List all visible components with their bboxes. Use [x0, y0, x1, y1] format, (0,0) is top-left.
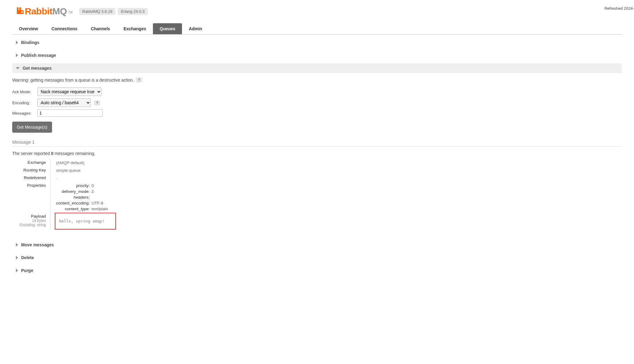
remaining-count: 0	[51, 151, 54, 156]
routing-key-label: Routing Key	[12, 167, 46, 174]
section-purge-title: Purge	[21, 268, 33, 273]
payload-label-cell: Payload 18 bytes Encoding: string	[12, 213, 46, 230]
encoding-select[interactable]: Auto string / base64	[37, 98, 91, 107]
circle-icon: ○	[56, 177, 57, 180]
svg-rect-3	[21, 11, 23, 13]
prop-headers-k: headers:	[56, 195, 90, 200]
redelivered-value: ○	[55, 174, 622, 182]
tab-overview[interactable]: Overview	[12, 23, 45, 34]
ack-mode-row: Ack Mode: Nack message requeue true	[12, 87, 622, 96]
help-badge-encoding[interactable]: ?	[94, 100, 100, 105]
section-delete[interactable]: Delete	[12, 253, 622, 263]
encoding-label: Encoding:	[12, 101, 37, 105]
chevron-right-icon	[16, 53, 18, 57]
tabbar: Overview Connections Channels Exchanges …	[12, 23, 622, 35]
section-get-messages[interactable]: Get messages	[12, 63, 622, 73]
section-delete-title: Delete	[21, 255, 34, 260]
warning-row: Warning: getting messages from a queue i…	[12, 77, 622, 83]
messages-row: Messages:	[12, 109, 622, 117]
properties-value: priority: 0 delivery_mode: 2 headers: co…	[55, 182, 622, 213]
logo: RabbitMQ TM	[17, 6, 72, 17]
exchange-value: (AMQP default)	[55, 159, 622, 167]
message-details-grid: Exchange (AMQP default) Routing Key simp…	[12, 159, 622, 230]
logo-tm: TM	[68, 11, 72, 14]
ack-mode-label: Ack Mode:	[12, 90, 37, 94]
section-move-title: Move messages	[21, 242, 54, 247]
get-messages-button[interactable]: Get Message(s)	[12, 122, 52, 133]
version-rabbitmq: RabbitMQ 3.8.19	[79, 8, 115, 15]
prop-headers-v	[91, 195, 108, 200]
remaining-row: The server reported 0 messages remaining…	[12, 151, 622, 156]
payload-box: hello, spring amqp!	[55, 213, 116, 230]
message-title: Message 1	[12, 139, 622, 147]
payload-label: Payload	[31, 214, 46, 219]
messages-label: Messages:	[12, 111, 37, 116]
version-erlang: Erlang 24.0.3	[118, 8, 147, 15]
chevron-right-icon	[16, 269, 18, 272]
prop-priority-k: priority:	[56, 183, 90, 188]
messages-input[interactable]	[37, 109, 103, 117]
routing-key-value: simple.queue	[55, 167, 622, 174]
prop-priority-v: 0	[91, 183, 108, 188]
prop-content-type-k: content_type:	[56, 207, 90, 211]
redelivered-label: Redelivered	[12, 174, 46, 182]
payload-value-cell: hello, spring amqp!	[55, 213, 622, 230]
prop-delivery-mode-k: delivery_mode:	[56, 189, 90, 194]
remaining-pre: The server reported	[12, 151, 51, 156]
section-move-messages[interactable]: Move messages	[12, 240, 622, 250]
encoding-row: Encoding: Auto string / base64 ?	[12, 98, 622, 107]
grid-separator	[50, 159, 50, 167]
section-purge[interactable]: Purge	[12, 266, 622, 275]
header: RabbitMQ TM RabbitMQ 3.8.19 Erlang 24.0.…	[0, 0, 634, 20]
prop-content-encoding-v: UTF-8	[91, 201, 108, 205]
ack-mode-select[interactable]: Nack message requeue true	[37, 87, 102, 96]
remaining-post: messages remaining.	[54, 151, 95, 156]
section-bindings-title: Bindings	[21, 40, 39, 45]
tab-admin[interactable]: Admin	[182, 23, 209, 34]
logo-rabbit-text: Rabbit	[25, 6, 52, 17]
get-messages-panel: Warning: getting messages from a queue i…	[12, 77, 622, 230]
chevron-right-icon	[16, 243, 18, 247]
payload-encoding: Encoding: string	[12, 223, 46, 227]
chevron-down-icon	[16, 67, 20, 69]
exchange-label: Exchange	[12, 159, 46, 167]
payload-size: 18 bytes	[12, 219, 46, 223]
tab-channels[interactable]: Channels	[84, 23, 117, 34]
section-bindings[interactable]: Bindings	[12, 38, 622, 47]
tab-queues[interactable]: Queues	[153, 23, 182, 34]
prop-content-type-v: text/plain	[91, 207, 108, 211]
section-publish[interactable]: Publish message	[12, 50, 622, 60]
prop-content-encoding-k: content_encoding:	[56, 201, 90, 205]
rabbitmq-icon	[17, 7, 24, 14]
chevron-right-icon	[16, 41, 18, 44]
logo-mq-text: MQ	[52, 6, 67, 17]
section-publish-title: Publish message	[21, 53, 56, 58]
warning-text: Warning: getting messages from a queue i…	[12, 78, 134, 83]
help-badge-warning[interactable]: ?	[136, 77, 142, 83]
chevron-right-icon	[16, 256, 18, 259]
properties-label: Properties	[12, 182, 46, 213]
tab-connections[interactable]: Connections	[45, 23, 84, 34]
refreshed-text: Refreshed 2024-	[604, 6, 634, 11]
section-get-messages-title: Get messages	[23, 66, 52, 71]
prop-delivery-mode-v: 2	[91, 189, 108, 194]
tab-exchanges[interactable]: Exchanges	[117, 23, 153, 34]
